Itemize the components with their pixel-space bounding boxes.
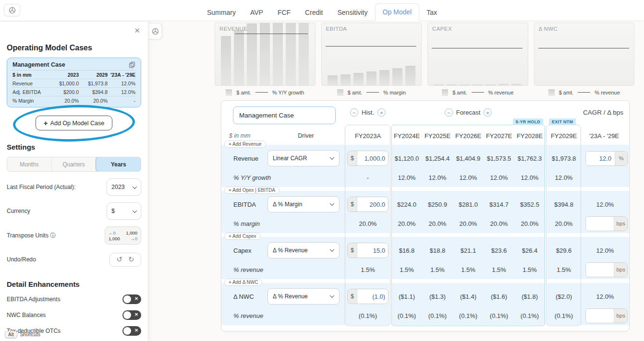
redo-icon[interactable]: ↻ bbox=[128, 255, 134, 264]
bar bbox=[247, 24, 257, 85]
tab-sensitivity[interactable]: Sensitivity bbox=[330, 4, 375, 21]
nwc-driver-select[interactable]: Δ % Revenue bbox=[267, 288, 340, 305]
chart-legend: $ amt. % Y/Y growth bbox=[215, 86, 316, 99]
bar bbox=[379, 70, 389, 85]
bar bbox=[473, 84, 483, 85]
settings-gear-icon bbox=[9, 7, 16, 14]
segment-years[interactable]: Years bbox=[96, 157, 141, 172]
capex-hist-input[interactable]: $ bbox=[347, 243, 389, 258]
growth-hist: - bbox=[346, 174, 389, 181]
margin-value: 20.0% bbox=[422, 220, 453, 227]
chart-title-nwc: Δ NWC bbox=[539, 26, 558, 32]
nwc-cagr: 12.0% bbox=[581, 293, 628, 300]
ebitda-value: $250.9 bbox=[422, 201, 453, 208]
nwc-value: ($1.8) bbox=[514, 293, 545, 300]
nwc-revenue-line bbox=[538, 48, 629, 48]
table-header: − Hist. + − Forecast + CAGR / Δ bps 5-YR… bbox=[221, 101, 629, 145]
col-fy2027e: FY2027E bbox=[484, 132, 514, 140]
mini-row-margin: % Margin 20.0% 20.0% - bbox=[12, 96, 135, 105]
chart-nwc: Δ NWC $ amt. % revenue bbox=[534, 23, 635, 99]
toggle-off-icon: ✕ bbox=[134, 296, 138, 301]
pct-rev-value: (0.1%) bbox=[514, 312, 545, 319]
pct-rev-value: 1.5% bbox=[514, 266, 545, 273]
case-name-input[interactable] bbox=[233, 106, 336, 124]
undo-icon[interactable]: ↺ bbox=[116, 255, 122, 264]
remove-forecast-column-button[interactable]: − bbox=[445, 108, 453, 117]
nwc-bps-input[interactable]: bps bbox=[585, 308, 628, 323]
growth-value: 12.0% bbox=[391, 174, 422, 181]
pct-rev-exit: (0.1%) bbox=[547, 312, 581, 319]
mini-col-cagr: '23A - '29E bbox=[108, 72, 135, 78]
add-revenue-button[interactable]: + Add Revenue bbox=[224, 141, 266, 148]
nwc-value: ($1.6) bbox=[484, 293, 514, 300]
chevron-down-icon bbox=[330, 247, 335, 252]
bar-swatch-icon bbox=[226, 89, 232, 96]
bar-swatch-icon bbox=[442, 89, 448, 96]
close-icon[interactable]: ✕ bbox=[134, 26, 140, 35]
toggle-ebitda-adjustments[interactable]: ✕ bbox=[122, 294, 141, 304]
ebitda-exit-value: $394.8 bbox=[547, 201, 581, 208]
revenue-growth-line bbox=[235, 34, 308, 34]
tab-fcf[interactable]: FCF bbox=[270, 4, 298, 21]
ebitda-driver-select[interactable]: Δ % Margin bbox=[267, 196, 340, 212]
settings-gear-icon bbox=[152, 28, 159, 35]
ebitda-hist-input[interactable]: $ bbox=[347, 197, 389, 212]
add-capex-button[interactable]: + Add Capex bbox=[224, 233, 261, 240]
add-nwc-button[interactable]: + Add Δ NWC bbox=[224, 279, 262, 286]
chevron-down-icon bbox=[133, 208, 137, 213]
toggle-tax-deductible-otcs[interactable]: ✕ bbox=[122, 326, 141, 336]
bar bbox=[340, 74, 351, 85]
tab-credit[interactable]: Credit bbox=[298, 4, 330, 21]
capex-cagr: 12.0% bbox=[581, 247, 628, 254]
revenue-hist-input[interactable]: $ bbox=[347, 151, 389, 166]
capex-bps-input[interactable]: bps bbox=[585, 262, 628, 277]
tab-tax[interactable]: Tax bbox=[419, 4, 444, 21]
case-card-management[interactable]: Management Case $ in mm 2023 2029 '23A -… bbox=[7, 58, 141, 107]
nwc-hist-input[interactable]: $ bbox=[347, 289, 389, 304]
revenue-cagr-input[interactable]: % bbox=[585, 151, 628, 166]
add-forecast-column-button[interactable]: + bbox=[484, 108, 492, 117]
toggle-nwc-balances[interactable]: ✕ bbox=[122, 310, 141, 320]
ebitda-bps-input[interactable]: bps bbox=[585, 216, 628, 231]
growth-value: 12.0% bbox=[422, 174, 453, 181]
remove-hist-column-button[interactable]: − bbox=[350, 108, 358, 117]
revenue-exit-value: $1,973.8 bbox=[547, 155, 581, 162]
col-fy2026e: FY2026E bbox=[453, 132, 484, 140]
revenue-driver-select[interactable]: Linear CAGR bbox=[267, 150, 340, 166]
transpose-units-label: Transpose Units ⓘ bbox=[7, 232, 56, 240]
undo-redo-buttons: ↺ ↻ bbox=[109, 253, 141, 267]
nwc-value: ($1.1) bbox=[391, 293, 422, 300]
row-label-revenue: Revenue bbox=[229, 155, 267, 162]
capex-driver-select[interactable]: Δ % Revenue bbox=[267, 242, 340, 259]
duplicate-case-icon[interactable] bbox=[129, 61, 135, 68]
period-segmented-control: Months Quarters Years bbox=[7, 157, 141, 172]
tab-op-model[interactable]: Op Model bbox=[375, 3, 420, 21]
shortcuts-hint: Alt Shortcuts bbox=[5, 331, 40, 338]
currency-select[interactable]: $ bbox=[107, 202, 141, 220]
add-hist-column-button[interactable]: + bbox=[377, 108, 386, 117]
segment-months[interactable]: Months bbox=[7, 157, 52, 171]
margin-value: 20.0% bbox=[453, 220, 484, 227]
growth-value: 12.0% bbox=[484, 174, 514, 181]
case-summary-table: $ in mm 2023 2029 '23A - '29E Revenue $1… bbox=[12, 71, 135, 105]
pct-rev-exit: 1.5% bbox=[547, 266, 581, 273]
tab-summary[interactable]: Summary bbox=[200, 4, 243, 21]
last-fiscal-select[interactable]: 2023 bbox=[107, 178, 141, 196]
forecast-column-controls: − Forecast + bbox=[391, 108, 545, 117]
bar bbox=[328, 75, 338, 85]
bar bbox=[498, 84, 509, 85]
app-menu-button[interactable] bbox=[4, 4, 20, 16]
nwc-revenue-label: % revenue bbox=[229, 312, 344, 319]
nwc-value: ($1.4) bbox=[453, 293, 484, 300]
segment-quarters[interactable]: Quarters bbox=[52, 157, 97, 171]
add-opex-ebitda-button[interactable]: + Add Opex | EBITDA bbox=[224, 187, 279, 194]
pct-rev-value: 1.5% bbox=[391, 266, 422, 273]
info-icon[interactable]: ⓘ bbox=[50, 232, 56, 239]
panel-settings-tab[interactable] bbox=[148, 23, 162, 39]
pct-rev-value: (0.1%) bbox=[422, 312, 453, 319]
toggle-label-ebitda-adjustments: EBITDA Adjustments bbox=[7, 296, 60, 303]
add-op-model-case-button[interactable]: + Add Op Model Case bbox=[36, 116, 112, 130]
transpose-units-button[interactable]: ←01,000 1,000→0 bbox=[105, 226, 141, 245]
tab-avp[interactable]: AVP bbox=[243, 4, 270, 21]
chart-legend: $ amt. % margin bbox=[321, 86, 422, 99]
